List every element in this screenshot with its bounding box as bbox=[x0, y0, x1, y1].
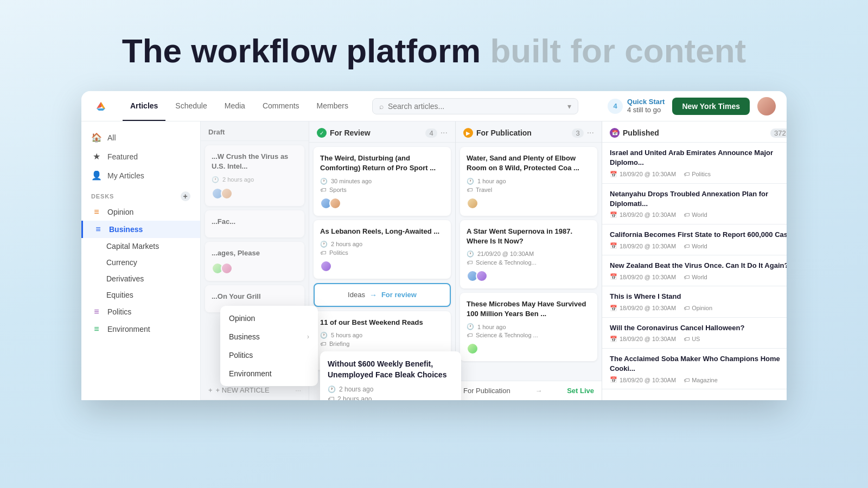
pub-row-3-tag: 🏷 World bbox=[684, 274, 707, 280]
pub-row-0-date: 📅 18/09/20 @ 10:30AM bbox=[610, 171, 676, 178]
app-logo[interactable] bbox=[92, 98, 110, 115]
pub-row-2-meta: 📅 18/09/20 @ 10:30AM 🏷 World bbox=[610, 242, 787, 249]
pub-row-3[interactable]: New Zealand Beat the Virus Once. Can It … bbox=[602, 255, 787, 286]
sidebar-item-equities[interactable]: Equities bbox=[81, 287, 200, 303]
dropdown-item-environment[interactable]: Environment bbox=[220, 364, 318, 383]
dropdown-item-business[interactable]: Business › bbox=[220, 328, 318, 346]
card-review-1[interactable]: The Weird, Disturbing (and Comforting) R… bbox=[314, 147, 451, 215]
card-pub-1-avatars bbox=[467, 197, 476, 209]
pub-row-4[interactable]: This is Where I Stand 📅 18/09/20 @ 10:30… bbox=[602, 286, 787, 317]
sidebar-item-politics[interactable]: ≡ Politics bbox=[81, 303, 200, 320]
sidebar-item-derivatives[interactable]: Derivatives bbox=[81, 271, 200, 287]
layers-icon-business: ≡ bbox=[93, 224, 104, 234]
tooltip-unemployment: Without $600 Weekly Benefit, Unemployed … bbox=[320, 351, 461, 400]
pub-row-4-date: 📅 18/09/20 @ 10:30AM bbox=[610, 305, 676, 312]
pub-row-2[interactable]: California Becomes First State to Report… bbox=[602, 224, 787, 255]
tab-media[interactable]: Media bbox=[217, 91, 253, 121]
add-desk-button[interactable]: + bbox=[181, 191, 190, 201]
dropdown-item-opinion[interactable]: Opinion bbox=[220, 309, 318, 328]
cal-icon-3: 📅 bbox=[610, 273, 617, 280]
desk-currency-label: Currency bbox=[106, 258, 137, 267]
pub-row-0[interactable]: Israel and United Arab Emirates Announce… bbox=[602, 143, 787, 183]
desk-derivatives-label: Derivatives bbox=[106, 274, 144, 283]
tab-members[interactable]: Members bbox=[309, 91, 356, 121]
card-draft-3[interactable]: ...ages, Please bbox=[205, 242, 304, 281]
pub-row-0-meta: 📅 18/09/20 @ 10:30AM 🏷 Politics bbox=[610, 171, 787, 178]
sidebar-item-opinion[interactable]: ≡ Opinion bbox=[81, 203, 200, 221]
tag-icon-p3: 🏷 bbox=[467, 332, 473, 338]
card-review-1-tagval: Sports bbox=[329, 187, 347, 193]
sidebar-item-environment[interactable]: ≡ Environment bbox=[81, 320, 200, 338]
avatar-r2a bbox=[320, 260, 332, 272]
dropdown-item-politics[interactable]: Politics bbox=[220, 346, 318, 364]
cal-icon-1: 📅 bbox=[610, 211, 617, 219]
pub-row-5-meta: 📅 18/09/20 @ 10:30AM 🏷 US bbox=[610, 336, 787, 343]
tag-icon-6: 🏷 bbox=[684, 377, 690, 383]
avatar[interactable] bbox=[757, 97, 776, 115]
card-pub-2[interactable]: A Star Went Supernova in 1987. Where Is … bbox=[460, 220, 597, 288]
pub-row-6-tag: 🏷 Magazine bbox=[684, 377, 718, 383]
sidebar-item-featured[interactable]: ★ Featured bbox=[81, 147, 200, 166]
quick-start[interactable]: 4 Quick Start 4 still to go bbox=[608, 98, 665, 114]
pub-row-2-title: California Becomes First State to Report… bbox=[610, 230, 787, 240]
tab-schedule[interactable]: Schedule bbox=[168, 91, 214, 121]
card-review-2[interactable]: As Lebanon Reels, Long-Awaited ... 🕐 2 h… bbox=[314, 220, 451, 279]
card-draft-1-meta: 🕐 2 hours ago bbox=[212, 176, 298, 183]
card-pub-3-meta: 🕐 1 hour ago bbox=[467, 323, 591, 330]
search-input[interactable] bbox=[388, 102, 563, 111]
sidebar-my-articles-label: My Articles bbox=[107, 171, 144, 180]
quick-start-badge: 4 bbox=[608, 99, 623, 114]
pub-row-0-title: Israel and United Arab Emirates Announce… bbox=[610, 148, 787, 168]
card-draft-2[interactable]: ...Fac... bbox=[205, 210, 304, 237]
desk-capital-label: Capital Markets bbox=[106, 242, 159, 251]
card-review-3-title: 11 of our Best Weekend Reads bbox=[320, 318, 444, 328]
pub-row-1[interactable]: Netanyahu Drops Troubled Annexation Plan… bbox=[602, 184, 787, 224]
card-pub-3[interactable]: These Microbes May Have Survived 100 Mil… bbox=[460, 293, 597, 361]
filter-icon[interactable]: ▾ bbox=[567, 102, 571, 111]
tag-icon-0: 🏷 bbox=[684, 171, 690, 177]
sidebar-item-currency[interactable]: Currency bbox=[81, 254, 200, 271]
sidebar-item-capital-markets[interactable]: Capital Markets bbox=[81, 238, 200, 254]
clock-icon-p1: 🕐 bbox=[467, 178, 474, 185]
desk-equities-label: Equities bbox=[106, 291, 133, 299]
hero-title-muted: built for content bbox=[490, 32, 746, 69]
tooltip-unemployment-time: 🕐 2 hours ago bbox=[328, 386, 454, 393]
pub-row-2-tag: 🏷 World bbox=[684, 243, 707, 249]
tag-icon-2: 🏷 bbox=[684, 243, 690, 249]
col-review-menu[interactable]: ··· bbox=[441, 128, 448, 138]
transition-from: Ideas bbox=[348, 291, 365, 299]
tooltip-unemployment-title: Without $600 Weekly Benefit, Unemployed … bbox=[328, 359, 454, 380]
set-live-button[interactable]: Set Live bbox=[567, 387, 594, 395]
sidebar-item-all[interactable]: 🏠 All bbox=[81, 128, 200, 147]
tag-icon-p1: 🏷 bbox=[467, 187, 473, 193]
col-pub-count: 3 bbox=[572, 129, 583, 138]
new-article-more[interactable]: ··· bbox=[295, 386, 301, 394]
pub-row-5[interactable]: Will the Coronavirus Cancel Halloween? 📅… bbox=[602, 318, 787, 349]
sidebar-item-my-articles[interactable]: 👤 My Articles bbox=[81, 166, 200, 185]
tab-comments[interactable]: Comments bbox=[255, 91, 307, 121]
sidebar-item-business[interactable]: ≡ Business bbox=[81, 221, 200, 238]
card-draft-1-footer bbox=[212, 188, 298, 200]
card-review-1-title: The Weird, Disturbing (and Comforting) R… bbox=[320, 153, 444, 173]
search-bar[interactable]: ⌕ ▾ bbox=[372, 98, 578, 114]
card-draft-1[interactable]: ...W Crush the Virus as U.S. Intel... 🕐 … bbox=[205, 145, 304, 206]
pub-row-5-date: 📅 18/09/20 @ 10:30AM bbox=[610, 336, 676, 343]
nav-right: 4 Quick Start 4 still to go New York Tim… bbox=[608, 97, 776, 115]
pub-row-6[interactable]: The Acclaimed Soba Maker Who Champions H… bbox=[602, 349, 787, 389]
layers-icon-politics: ≡ bbox=[91, 307, 102, 317]
card-review-3-tag-row: 🏷 Briefing bbox=[320, 341, 444, 347]
card-pub-3-avatars bbox=[467, 343, 476, 355]
hero-title: The workflow platform built for content bbox=[0, 33, 868, 69]
card-pub-2-tag-row: 🏷 Science & Technolog... bbox=[467, 259, 591, 266]
dropdown-politics-label: Politics bbox=[229, 351, 253, 359]
set-live-label: For Publication bbox=[463, 387, 510, 395]
avatar-p2b bbox=[476, 270, 488, 282]
nyt-button[interactable]: New York Times bbox=[672, 98, 750, 115]
card-pub-1[interactable]: Water, Sand and Plenty of Elbow Room on … bbox=[460, 147, 597, 215]
col-pub-menu[interactable]: ··· bbox=[587, 128, 594, 138]
card-review-transition[interactable]: Ideas → For review bbox=[314, 283, 451, 307]
new-article-plus: + bbox=[208, 386, 213, 394]
tab-articles[interactable]: Articles bbox=[123, 91, 165, 121]
card-pub-3-time: 1 hour ago bbox=[477, 324, 506, 330]
tag-icon-3: 🏷 bbox=[684, 274, 690, 280]
